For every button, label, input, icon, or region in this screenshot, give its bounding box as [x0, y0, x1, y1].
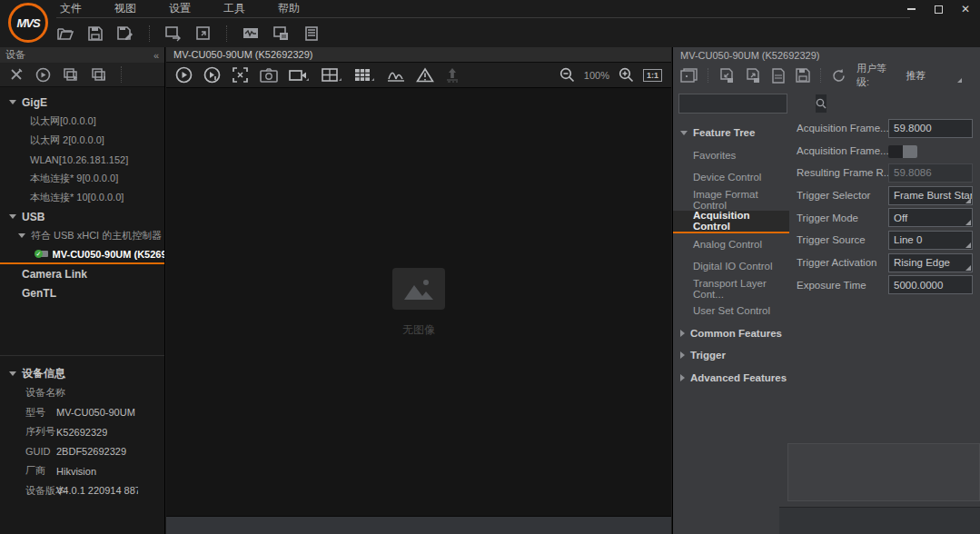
- feature-node-acquisition[interactable]: Acquisition Control: [673, 211, 789, 233]
- close-icon[interactable]: ✕: [955, 1, 976, 17]
- user-level-dropdown[interactable]: 推荐: [906, 69, 964, 83]
- user-level-label: 用户等级:: [856, 62, 899, 89]
- mvs-logo: MVS: [8, 3, 48, 43]
- feature-node-advanced[interactable]: Advanced Features: [673, 367, 789, 390]
- fit-view-icon[interactable]: [232, 66, 249, 84]
- feature-toolbar: 用户等级: 推荐: [673, 63, 980, 88]
- titlebar: MVS 文件 视图 设置 工具 帮助 ✕: [0, 0, 980, 18]
- feature-node-trigger[interactable]: Trigger: [673, 344, 789, 367]
- tree-node-usb[interactable]: USB: [0, 207, 164, 226]
- open-config-icon[interactable]: [771, 68, 786, 84]
- zoom-out-icon[interactable]: [559, 67, 575, 83]
- split-view-icon[interactable]: [322, 68, 343, 83]
- feature-node-user-set[interactable]: User Set Control: [673, 300, 789, 322]
- feature-node-favorites[interactable]: Favorites: [673, 144, 789, 167]
- viewer-tab[interactable]: MV-CU050-90UM (K52692329): [173, 49, 312, 60]
- alarm-icon[interactable]: [416, 67, 434, 83]
- tree-node-cameralink[interactable]: Camera Link: [0, 264, 164, 283]
- minimize-icon[interactable]: [900, 1, 922, 17]
- export-config-icon[interactable]: [745, 68, 761, 84]
- menu-file[interactable]: 文件: [56, 1, 85, 16]
- trigger-selector-dropdown[interactable]: Frame Burst Star...: [888, 186, 973, 205]
- start-grab-once-icon[interactable]: [203, 66, 221, 84]
- no-image-icon: [392, 268, 445, 310]
- feature-node-root[interactable]: Feature Tree: [673, 122, 789, 144]
- tree-node-usb-controller[interactable]: 符合 USB xHCI 的主机控制器: [0, 226, 164, 245]
- stop-all-preview-icon[interactable]: [91, 67, 107, 82]
- feature-node-digital-io[interactable]: Digital IO Control: [673, 255, 789, 278]
- menu-tools[interactable]: 工具: [220, 1, 249, 16]
- start-grab-icon[interactable]: [175, 66, 193, 84]
- chevron-down-icon: [9, 214, 16, 219]
- feature-search-input[interactable]: [679, 94, 816, 113]
- trigger-activation-dropdown[interactable]: Rising Edge: [888, 253, 973, 272]
- tree-node-local10[interactable]: 本地连接* 10[0.0.0.0]: [0, 188, 164, 207]
- zoom-in-icon[interactable]: [619, 67, 634, 83]
- acquisition-frame-rate-input[interactable]: [888, 119, 973, 138]
- info-row-version: 设备版本V4.0.1 220914 8875...: [0, 481, 164, 501]
- tree-node-wlan[interactable]: WLAN[10.26.181.152]: [0, 150, 164, 169]
- upload-roi-icon[interactable]: [445, 67, 460, 83]
- new-window-icon[interactable]: [195, 25, 212, 42]
- disconnect-device-icon[interactable]: [9, 67, 24, 82]
- device-tree: GigE 以太网[0.0.0.0] 以太网 2[0.0.0.0] WLAN[10…: [0, 87, 164, 302]
- search-icon[interactable]: [816, 94, 827, 113]
- window-controls: ✕: [900, 0, 976, 18]
- tree-node-ethernet2[interactable]: 以太网 2[0.0.0.0]: [0, 131, 164, 150]
- save-config-icon[interactable]: [796, 68, 810, 83]
- tree-node-local9[interactable]: 本地连接* 9[0.0.0.0]: [0, 169, 164, 188]
- feature-node-common[interactable]: Common Features: [673, 322, 789, 345]
- viewer-toolbar: 100% 1:1: [166, 63, 671, 88]
- feature-node-transport-layer[interactable]: Transport Layer Cont...: [673, 278, 789, 301]
- property-acquisition-frame-rate-enable: Acquisition Frame...: [791, 141, 980, 161]
- collapse-panel-icon[interactable]: «: [153, 50, 159, 61]
- grid-view-icon[interactable]: [354, 68, 376, 83]
- snapshot-icon[interactable]: [260, 67, 278, 83]
- chevron-down-icon: [18, 233, 25, 238]
- menu-settings[interactable]: 设置: [165, 1, 194, 16]
- switch-window-icon[interactable]: [164, 25, 183, 42]
- feature-tree: Feature Tree Favorites Device Control Im…: [673, 122, 789, 389]
- device-panel-title: 设备: [5, 48, 25, 62]
- import-config-icon[interactable]: [718, 68, 735, 84]
- property-trigger-selector: Trigger Selector Frame Burst Star...: [791, 185, 980, 205]
- feature-body: Feature Tree Favorites Device Control Im…: [673, 118, 980, 534]
- chevron-down-icon: [965, 220, 971, 225]
- refresh-icon[interactable]: [831, 68, 846, 84]
- open-folder-icon[interactable]: [56, 25, 74, 42]
- waveform-icon[interactable]: [242, 25, 260, 42]
- feature-node-device-control[interactable]: Device Control: [673, 166, 789, 189]
- property-trigger-mode: Trigger Mode Off: [791, 208, 980, 228]
- log-icon[interactable]: [303, 25, 320, 42]
- frame-rate-enable-toggle[interactable]: [888, 145, 917, 158]
- tree-node-camera-selected[interactable]: ✓ MV-CU050-90UM (K5269...: [0, 245, 164, 264]
- mvs-application-window: MVS 文件 视图 设置 工具 帮助 ✕ 设备 «: [0, 0, 980, 534]
- feature-node-analog[interactable]: Analog Control: [673, 233, 789, 256]
- device-panel-header: 设备 «: [0, 47, 164, 63]
- actual-size-button[interactable]: 1:1: [643, 69, 662, 82]
- trigger-source-dropdown[interactable]: Line 0: [888, 231, 973, 250]
- menu-help[interactable]: 帮助: [274, 1, 303, 16]
- feature-bottom-area: [779, 507, 980, 534]
- user-level-control: 用户等级: 推荐: [856, 62, 973, 89]
- feature-node-image-format[interactable]: Image Format Control: [673, 189, 789, 212]
- tree-node-gentl[interactable]: GenTL: [0, 283, 164, 302]
- trigger-mode-dropdown[interactable]: Off: [888, 208, 973, 227]
- menubar: 文件 视图 设置 工具 帮助: [56, 0, 910, 18]
- start-preview-icon[interactable]: [35, 67, 51, 83]
- menu-view[interactable]: 视图: [111, 1, 140, 16]
- window-layout-icon[interactable]: [272, 25, 291, 42]
- save-as-icon[interactable]: [116, 25, 134, 42]
- save-icon[interactable]: [87, 25, 104, 42]
- maximize-icon[interactable]: [927, 1, 949, 17]
- tree-node-ethernet[interactable]: 以太网[0.0.0.0]: [0, 112, 164, 131]
- device-info-header[interactable]: 设备信息: [0, 363, 164, 383]
- histogram-icon[interactable]: [387, 68, 405, 83]
- exposure-time-input[interactable]: [888, 275, 973, 294]
- chevron-down-icon: [9, 371, 16, 376]
- start-all-preview-icon[interactable]: [63, 67, 79, 82]
- record-icon[interactable]: [289, 68, 311, 83]
- image-canvas[interactable]: 无图像: [166, 89, 671, 516]
- attribute-window-icon[interactable]: [680, 68, 698, 83]
- tree-node-gige[interactable]: GigE: [0, 93, 164, 112]
